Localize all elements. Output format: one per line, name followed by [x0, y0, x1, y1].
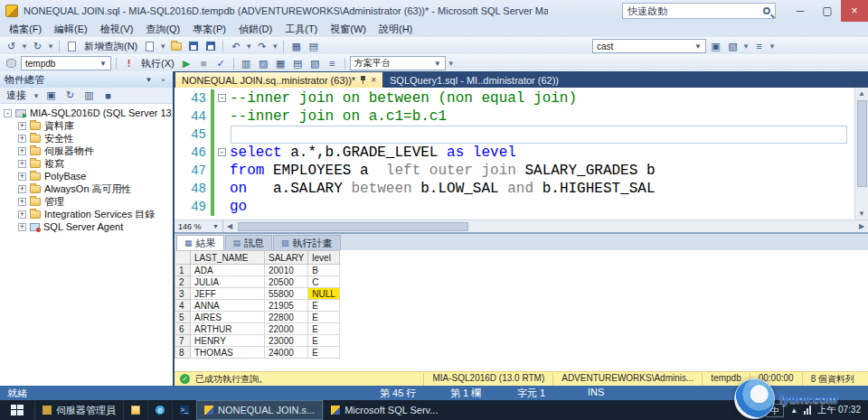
- nav-back-button[interactable]: ↺: [4, 39, 19, 53]
- menu-view[interactable]: 檢視(V): [94, 22, 140, 37]
- menu-help[interactable]: 說明(H): [373, 22, 419, 37]
- ie-quicklaunch-button[interactable]: e: [147, 400, 172, 420]
- code-line-47[interactable]: from EMPLOYEES a left outer join SALARY_…: [230, 162, 854, 180]
- cell-last-name[interactable]: AIRES: [191, 312, 265, 323]
- tree-item-sql-server-agent[interactable]: SQL Server Agent: [0, 220, 173, 233]
- start-button[interactable]: [0, 400, 34, 420]
- cell-level[interactable]: E: [308, 335, 340, 347]
- results-grid-button[interactable]: ▦: [273, 56, 288, 70]
- execute-button[interactable]: 執行(X): [138, 57, 177, 70]
- connect-button[interactable]: 連接: [4, 89, 29, 102]
- cell-level[interactable]: C: [308, 276, 340, 288]
- row-header[interactable]: 8: [175, 347, 191, 359]
- column-header-level[interactable]: level: [308, 251, 340, 265]
- undo-dropdown-icon[interactable]: ▾: [245, 39, 252, 53]
- execute-icon[interactable]: !: [121, 56, 137, 70]
- code-line-44[interactable]: --inner join on a.c1=b.c1: [230, 107, 854, 126]
- comment-button[interactable]: ▧: [307, 56, 323, 70]
- grid-corner-header[interactable]: [175, 251, 191, 265]
- scroll-right-icon[interactable]: ▶: [855, 220, 868, 232]
- disconnect-button[interactable]: ▣: [43, 89, 59, 103]
- cast-combobox[interactable]: cast ▼: [592, 39, 706, 53]
- scroll-up-icon[interactable]: ▲: [855, 88, 868, 99]
- row-header[interactable]: 1: [175, 265, 191, 276]
- new-file-button[interactable]: [142, 39, 157, 53]
- refresh-button[interactable]: ↻: [62, 89, 78, 103]
- save-button[interactable]: [185, 39, 201, 53]
- cell-salary[interactable]: 23000: [265, 335, 308, 347]
- showplan-button[interactable]: ▥: [239, 56, 254, 70]
- expand-icon[interactable]: [18, 160, 26, 168]
- cell-salary[interactable]: 22800: [265, 312, 308, 323]
- cell-level-null[interactable]: NULL: [308, 288, 340, 300]
- tree-item-server[interactable]: MIA-SQL2016D (SQL Server 13.0.1601...: [0, 107, 173, 119]
- tree-item-polybase[interactable]: PolyBase: [0, 170, 173, 182]
- debug-button[interactable]: ▶: [179, 56, 194, 70]
- row-header[interactable]: 6: [175, 323, 191, 335]
- platform-dropdown-icon[interactable]: ▾: [448, 56, 455, 70]
- cell-salary[interactable]: 20500: [265, 276, 308, 288]
- expand-icon[interactable]: [18, 210, 26, 219]
- cell-last-name[interactable]: ARTHUR: [191, 323, 265, 335]
- chevron-down-icon[interactable]: ▼: [689, 42, 702, 51]
- cell-salary[interactable]: 24000: [265, 347, 308, 359]
- tab-messages[interactable]: ▤ 訊息: [225, 235, 273, 250]
- code-line-49[interactable]: go: [230, 198, 854, 216]
- parse-button[interactable]: ✓: [213, 56, 229, 70]
- find-button[interactable]: ▣: [708, 39, 723, 53]
- wand-dropdown-icon[interactable]: ▾: [742, 39, 750, 53]
- column-header-last-name[interactable]: LAST_NAME: [191, 251, 265, 265]
- wand-button[interactable]: ▧: [725, 39, 741, 53]
- scroll-down-icon[interactable]: ▼: [855, 208, 868, 219]
- cell-level[interactable]: E: [308, 312, 340, 323]
- tree-item-management[interactable]: 管理: [0, 195, 173, 208]
- close-button[interactable]: ×: [841, 0, 868, 22]
- cell-level[interactable]: E: [308, 323, 340, 335]
- new-query-icon[interactable]: [64, 39, 80, 53]
- cell-last-name[interactable]: THOMAS: [191, 347, 265, 359]
- activity-monitor-button[interactable]: ▦: [288, 39, 304, 53]
- server-manager-button[interactable]: 伺服器管理員: [34, 400, 123, 420]
- new-file-dropdown-icon[interactable]: ▾: [159, 39, 166, 53]
- powershell-quicklaunch-button[interactable]: >_: [172, 400, 196, 420]
- connect-dropdown-icon[interactable]: ▾: [33, 89, 40, 103]
- stop-button[interactable]: ■: [196, 56, 212, 70]
- menu-file[interactable]: 檔案(F): [3, 22, 48, 37]
- code-line-43[interactable]: --inner join on between (non equal join): [230, 89, 854, 107]
- options-button[interactable]: ≡: [751, 39, 767, 53]
- scrollbar-thumb[interactable]: [857, 100, 867, 187]
- expand-icon[interactable]: [18, 185, 26, 193]
- live-stats-button[interactable]: ▨: [256, 56, 271, 70]
- quick-launch-box[interactable]: 快速啟動: [622, 3, 776, 19]
- collapse-icon[interactable]: [4, 109, 12, 117]
- solution-platform-combobox[interactable]: 方案平台 ▼: [350, 56, 446, 70]
- expand-icon[interactable]: [18, 122, 26, 130]
- menu-window[interactable]: 視窗(W): [324, 22, 373, 37]
- tab-results[interactable]: ▦ 結果: [176, 235, 224, 250]
- tree-item-alwayson[interactable]: AlwaysOn 高可用性: [0, 182, 173, 195]
- menu-project[interactable]: 專案(P): [186, 22, 232, 37]
- tree-item-integration-services[interactable]: Integration Services 目錄: [0, 208, 173, 220]
- row-header[interactable]: 3: [175, 288, 191, 300]
- cell-last-name[interactable]: JEFF: [191, 288, 265, 300]
- expand-icon[interactable]: [18, 135, 26, 143]
- cell-level[interactable]: B: [308, 265, 340, 276]
- stop-tree-button[interactable]: ■: [100, 89, 116, 103]
- cell-salary[interactable]: 22000: [265, 323, 308, 335]
- editor-vertical-scrollbar[interactable]: ▲ ▼: [854, 88, 868, 219]
- chevron-down-icon[interactable]: ▼: [212, 223, 219, 229]
- chevron-down-icon[interactable]: ▼: [429, 60, 441, 68]
- cell-level[interactable]: E: [308, 347, 340, 359]
- results-text-button[interactable]: ▤: [290, 56, 306, 70]
- task-ssms[interactable]: Microsoft SQL Serv...: [323, 400, 445, 420]
- cell-last-name[interactable]: ADA: [191, 265, 265, 276]
- new-query-button[interactable]: 新增查詢(N): [81, 40, 140, 53]
- filter-button[interactable]: ▥: [81, 89, 97, 103]
- task-nonequal-join[interactable]: NONEQUAL JOIN.s...: [196, 400, 323, 420]
- cell-last-name[interactable]: ANNA: [191, 300, 265, 312]
- cell-level[interactable]: E: [308, 300, 340, 312]
- tab-execution-plan[interactable]: ▧ 執行計畫: [273, 235, 341, 250]
- chevron-down-icon[interactable]: ▼: [94, 60, 107, 68]
- cell-salary[interactable]: 20010: [265, 265, 308, 276]
- code-line-46[interactable]: select a.*,b.GRADE_LEVEL as level: [230, 144, 854, 162]
